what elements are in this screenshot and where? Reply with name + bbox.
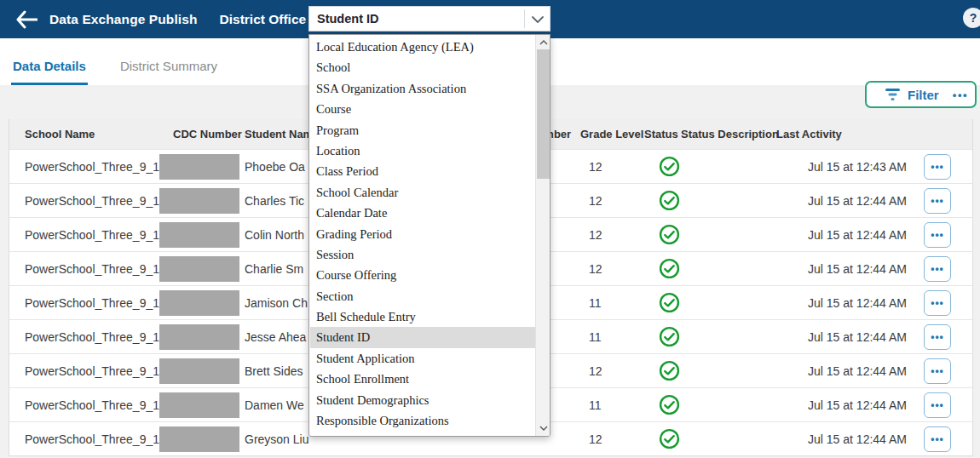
redacted-value xyxy=(159,358,239,384)
cell-status xyxy=(644,394,681,415)
status-ok-icon xyxy=(659,224,680,245)
row-actions-button[interactable]: ••• xyxy=(924,290,951,316)
filter-more-menu[interactable]: ••• xyxy=(953,89,968,101)
redacted-value xyxy=(159,392,239,418)
cell-last-activity: Jul 15 at 12:44 AM xyxy=(776,296,924,310)
row-actions-button[interactable]: ••• xyxy=(924,222,951,248)
status-ok-icon xyxy=(659,394,680,415)
dropdown-option[interactable]: School Enrollment xyxy=(310,369,535,389)
cell-status xyxy=(644,224,681,245)
cell-cdc-number xyxy=(173,427,245,452)
filter-icon xyxy=(885,88,900,101)
cell-cdc-number xyxy=(173,358,245,384)
cell-cdc-number xyxy=(173,324,245,350)
cell-last-activity: Jul 15 at 12:44 AM xyxy=(776,398,924,412)
cell-status xyxy=(644,428,681,449)
redacted-value xyxy=(159,188,239,214)
status-ok-icon xyxy=(659,326,680,347)
dropdown-scrollbar[interactable] xyxy=(535,35,550,436)
cell-grade-level: 12 xyxy=(580,160,644,174)
dropdown-option[interactable]: Course xyxy=(310,99,535,119)
cell-grade-level: 12 xyxy=(580,194,644,208)
dropdown-option[interactable]: Course Offering xyxy=(310,265,535,285)
entity-dropdown-select[interactable]: Student ID xyxy=(308,6,551,31)
dropdown-option[interactable]: Student Application xyxy=(310,348,535,369)
dropdown-option[interactable]: Program xyxy=(310,120,535,140)
scrollbar-thumb[interactable] xyxy=(537,49,550,179)
row-actions-button[interactable]: ••• xyxy=(924,188,951,214)
row-actions-button[interactable]: ••• xyxy=(924,358,951,384)
cell-school-name: PowerSchool_Three_9_12 xyxy=(9,194,173,208)
cell-last-activity: Jul 15 at 12:44 AM xyxy=(776,228,924,242)
tab-district-summary[interactable]: District Summary xyxy=(118,59,219,85)
dropdown-option[interactable]: Grading Period xyxy=(310,224,535,244)
dropdown-option[interactable]: Student ID xyxy=(310,327,535,347)
entity-dropdown-list: Local Education Agency (LEA)SchoolSSA Or… xyxy=(308,34,551,437)
dropdown-option[interactable]: School xyxy=(310,57,535,77)
cell-last-activity: Jul 15 at 12:44 AM xyxy=(776,364,924,378)
dropdown-option[interactable]: Bell Schedule Entry xyxy=(310,306,535,327)
scroll-down-icon[interactable] xyxy=(536,421,551,435)
dropdown-option[interactable]: Student Demographics xyxy=(310,390,535,410)
cell-grade-level: 12 xyxy=(580,262,644,276)
dropdown-option[interactable]: Local Education Agency (LEA) xyxy=(310,37,535,57)
cell-status xyxy=(644,360,681,381)
cell-status xyxy=(644,190,681,211)
status-ok-icon xyxy=(659,190,680,211)
cell-cdc-number xyxy=(173,154,245,180)
help-icon[interactable]: ? xyxy=(963,8,980,28)
status-ok-icon xyxy=(659,258,680,279)
cell-status xyxy=(644,258,681,279)
dropdown-option[interactable]: Session xyxy=(310,244,535,265)
row-actions-button[interactable]: ••• xyxy=(924,256,951,282)
redacted-value xyxy=(159,290,239,316)
cell-school-name: PowerSchool_Three_9_12 xyxy=(9,432,173,446)
back-arrow-icon[interactable] xyxy=(15,10,37,29)
context-label[interactable]: District Office xyxy=(220,12,307,27)
dropdown-option[interactable]: Section xyxy=(310,286,535,306)
dropdown-option[interactable]: Class Period xyxy=(310,161,535,181)
cell-last-activity: Jul 15 at 12:44 AM xyxy=(776,330,924,344)
row-actions-button[interactable]: ••• xyxy=(924,324,951,350)
cell-school-name: PowerSchool_Three_9_12 xyxy=(9,262,173,276)
dropdown-option[interactable]: SSA Organization Association xyxy=(310,78,535,99)
cell-grade-level: 11 xyxy=(580,398,644,412)
row-actions-button[interactable]: ••• xyxy=(924,392,951,418)
redacted-value xyxy=(159,222,239,248)
dropdown-option[interactable]: Responsible Organizations xyxy=(310,410,535,431)
scroll-up-icon[interactable] xyxy=(536,36,551,49)
entity-dropdown-value: Student ID xyxy=(309,12,379,26)
dropdown-divider xyxy=(524,9,525,28)
cell-grade-level: 12 xyxy=(580,364,644,378)
status-ok-icon xyxy=(659,292,680,313)
dropdown-option[interactable]: Location xyxy=(310,140,535,161)
filter-button[interactable]: Filter ••• xyxy=(865,81,977,108)
cell-status xyxy=(644,326,681,347)
status-ok-icon xyxy=(659,428,680,449)
cell-cdc-number xyxy=(173,290,245,316)
tab-data-details[interactable]: Data Details xyxy=(11,59,88,85)
cell-grade-level: 11 xyxy=(580,296,644,310)
redacted-value xyxy=(159,324,239,350)
cell-school-name: PowerSchool_Three_9_12 xyxy=(9,330,173,344)
chevron-down-icon xyxy=(531,14,545,26)
cell-status xyxy=(644,292,681,313)
cell-grade-level: 11 xyxy=(580,330,644,344)
row-actions-button[interactable]: ••• xyxy=(924,427,951,452)
column-header: Status Description xyxy=(681,128,776,140)
dropdown-option[interactable]: School Calendar xyxy=(310,182,535,203)
redacted-value xyxy=(159,427,239,452)
cell-cdc-number xyxy=(173,188,245,214)
row-actions-button[interactable]: ••• xyxy=(924,154,951,180)
cell-last-activity: Jul 15 at 12:44 AM xyxy=(776,432,924,446)
cell-cdc-number xyxy=(173,392,245,418)
redacted-value xyxy=(159,256,239,282)
status-ok-icon xyxy=(659,360,680,381)
cell-status xyxy=(644,156,681,177)
redacted-value xyxy=(159,154,239,180)
dropdown-option[interactable]: Calendar Date xyxy=(310,203,535,223)
cell-cdc-number xyxy=(173,222,245,248)
cell-last-activity: Jul 15 at 12:43 AM xyxy=(776,160,924,174)
column-header: Last Activity xyxy=(776,128,924,140)
cell-grade-level: 12 xyxy=(580,432,644,446)
